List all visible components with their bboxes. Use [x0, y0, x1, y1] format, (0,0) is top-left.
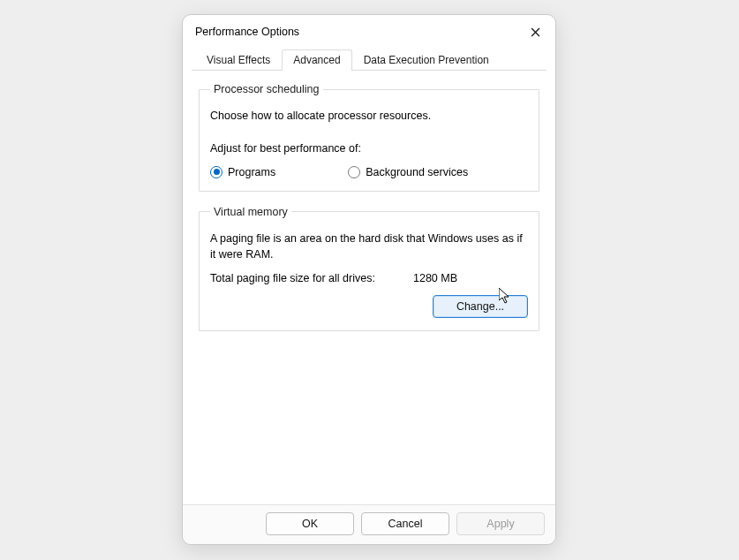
paging-size-row: Total paging file size for all drives: 1… — [210, 272, 528, 284]
tab-strip: Visual Effects Advanced Data Execution P… — [192, 49, 547, 71]
radio-dot-icon — [210, 166, 222, 178]
adjust-label: Adjust for best performance of: — [210, 140, 528, 157]
tab-advanced[interactable]: Advanced — [282, 49, 351, 71]
performance-radio-row: Programs Background services — [210, 166, 528, 178]
apply-button[interactable]: Apply — [456, 512, 545, 535]
paging-size-value: 1280 MB — [413, 272, 528, 284]
paging-size-label: Total paging file size for all drives: — [210, 272, 413, 284]
processor-scheduling-legend: Processor scheduling — [210, 83, 323, 95]
processor-scheduling-group: Processor scheduling Choose how to alloc… — [199, 83, 539, 192]
radio-programs-label: Programs — [228, 166, 275, 178]
virtual-memory-group: Virtual memory A paging file is an area … — [199, 206, 539, 332]
radio-background-label: Background services — [366, 166, 468, 178]
dialog-title: Performance Options — [195, 26, 299, 38]
close-icon — [531, 27, 540, 37]
radio-background-services[interactable]: Background services — [348, 166, 468, 178]
processor-intro-text: Choose how to allocate processor resourc… — [210, 108, 528, 125]
tab-visual-effects[interactable]: Visual Effects — [195, 49, 282, 71]
performance-options-dialog: Performance Options Visual Effects Advan… — [182, 14, 556, 545]
titlebar: Performance Options — [183, 15, 555, 47]
ok-button[interactable]: OK — [266, 512, 354, 535]
virtual-memory-legend: Virtual memory — [210, 206, 291, 218]
change-button[interactable]: Change... — [433, 295, 528, 318]
tab-data-execution-prevention[interactable]: Data Execution Prevention — [352, 49, 501, 71]
close-button[interactable] — [524, 22, 547, 42]
cancel-button[interactable]: Cancel — [361, 512, 449, 535]
virtual-memory-intro: A paging file is an area on the hard dis… — [210, 231, 528, 264]
tab-content: Processor scheduling Choose how to alloc… — [183, 71, 555, 504]
dialog-footer: OK Cancel Apply — [183, 504, 555, 544]
radio-circle-icon — [348, 166, 360, 178]
radio-programs[interactable]: Programs — [210, 166, 275, 178]
